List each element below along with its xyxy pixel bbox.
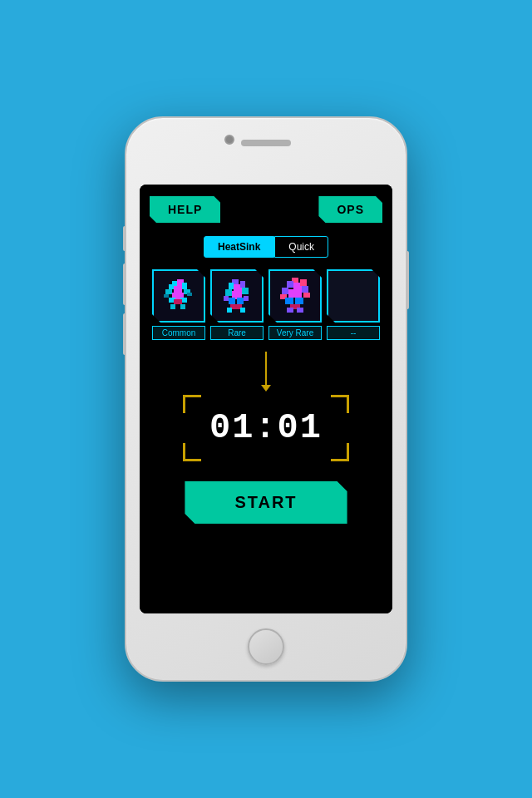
app-screen: HELP OPS HeatSink Quick	[140, 185, 392, 613]
svg-rect-5	[165, 289, 172, 294]
svg-rect-11	[170, 304, 175, 309]
camera	[224, 135, 234, 145]
svg-rect-33	[282, 288, 288, 294]
svg-rect-21	[242, 288, 249, 294]
svg-rect-4	[182, 283, 187, 289]
svg-rect-27	[227, 308, 232, 313]
bracket-top-left	[183, 395, 201, 413]
volume-mute-button[interactable]	[123, 226, 126, 251]
tabs-row: HeatSink Quick	[150, 236, 382, 258]
card-common[interactable]: Common	[152, 269, 205, 340]
speaker	[241, 140, 291, 146]
svg-rect-10	[174, 299, 182, 304]
svg-rect-28	[240, 308, 245, 313]
start-section: START	[150, 481, 382, 524]
svg-rect-34	[288, 289, 302, 298]
svg-rect-38	[285, 298, 293, 304]
card-label-very-rare: Very Rare	[268, 326, 322, 340]
card-box-rare[interactable]	[210, 269, 264, 323]
svg-rect-26	[230, 304, 242, 309]
creature-very-rare-icon	[273, 274, 317, 318]
svg-rect-24	[237, 298, 244, 304]
svg-rect-3	[174, 286, 182, 293]
svg-rect-23	[229, 298, 235, 304]
start-button[interactable]: START	[185, 481, 347, 524]
phone-frame: HELP OPS HeatSink Quick	[125, 116, 407, 682]
card-box-very-rare[interactable]	[268, 269, 322, 323]
svg-rect-32	[300, 279, 307, 286]
cards-grid: Common	[150, 269, 382, 340]
svg-rect-12	[180, 304, 185, 309]
card-label-empty: --	[327, 326, 380, 340]
volume-up-button[interactable]	[123, 264, 126, 305]
svg-rect-35	[302, 286, 308, 293]
card-label-common: Common	[152, 326, 205, 340]
svg-rect-16	[229, 283, 234, 289]
power-button[interactable]	[406, 251, 409, 309]
svg-rect-42	[297, 308, 303, 313]
bracket-top-right	[331, 395, 349, 413]
svg-rect-25	[244, 296, 249, 301]
svg-rect-18	[240, 281, 245, 288]
connector	[150, 352, 382, 385]
bracket-bottom-right	[331, 443, 349, 461]
svg-rect-41	[287, 308, 293, 313]
svg-rect-14	[187, 293, 192, 296]
svg-rect-22	[224, 296, 229, 301]
connector-line	[265, 352, 267, 385]
screen: HELP OPS HeatSink Quick	[140, 185, 392, 613]
card-rare[interactable]: Rare	[210, 269, 264, 340]
tab-quick[interactable]: Quick	[274, 236, 328, 258]
svg-rect-37	[303, 293, 310, 298]
card-very-rare[interactable]: Very Rare	[268, 269, 322, 340]
svg-rect-39	[295, 298, 303, 304]
tab-heatsink[interactable]: HeatSink	[204, 236, 274, 258]
creature-rare-icon	[215, 274, 259, 318]
bracket-bottom-left	[183, 443, 201, 461]
svg-rect-19	[225, 289, 232, 296]
ops-button[interactable]: OPS	[318, 196, 382, 223]
top-bar: HELP OPS	[150, 196, 382, 223]
card-box-empty[interactable]	[327, 269, 380, 323]
card-label-rare: Rare	[210, 326, 264, 340]
timer-container: 01:01	[183, 395, 349, 461]
card-empty[interactable]: --	[327, 269, 380, 340]
help-button[interactable]: HELP	[150, 196, 220, 223]
timer-display: 01:01	[209, 408, 323, 448]
home-button[interactable]	[248, 628, 284, 665]
creature-common-icon	[157, 274, 200, 318]
svg-rect-2	[169, 284, 174, 289]
svg-rect-30	[287, 281, 293, 288]
svg-rect-13	[164, 294, 169, 298]
volume-down-button[interactable]	[123, 313, 126, 355]
card-box-common[interactable]	[152, 269, 205, 323]
